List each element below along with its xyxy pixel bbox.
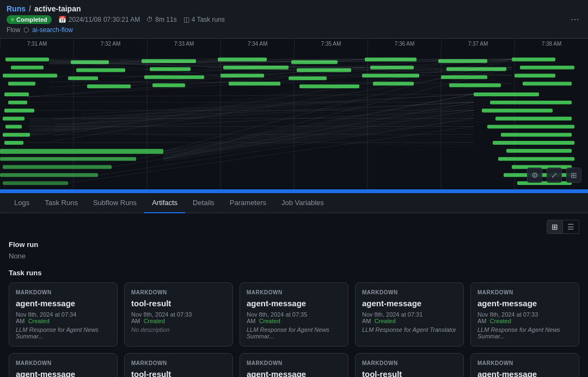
card-meta: Nov 8th, 2024 at 07:31 AM Created xyxy=(362,311,457,324)
svg-rect-10 xyxy=(8,82,35,85)
svg-rect-55 xyxy=(487,125,574,128)
tab-parameters[interactable]: Parameters xyxy=(222,193,274,213)
cards-container: MARKDOWN agent-message Nov 8th, 2024 at … xyxy=(9,282,579,377)
svg-line-103 xyxy=(98,119,474,176)
tab-artifacts[interactable]: Artifacts xyxy=(144,193,185,213)
svg-line-146 xyxy=(30,83,512,135)
artifact-card[interactable]: MARKDOWN agent-message Nov 8th, 2024 at … xyxy=(240,353,348,377)
timeline-svg xyxy=(0,50,588,189)
svg-rect-47 xyxy=(0,157,136,161)
svg-rect-18 xyxy=(152,83,185,87)
artifacts-area: ⊞ ☰ Flow run None Task runs MARKDOWN age… xyxy=(0,213,588,377)
card-type: MARKDOWN xyxy=(247,360,341,366)
list-view-button[interactable]: ☰ xyxy=(563,220,579,234)
flow-label: Flow xyxy=(7,26,20,34)
artifact-card[interactable]: MARKDOWN agent-message Nov 8th, 2024 at … xyxy=(355,282,464,347)
svg-rect-34 xyxy=(449,83,501,87)
status-badge: Completed xyxy=(7,15,52,24)
timeline: 7:31 AM 7:32 AM 7:33 AM 7:34 AM 7:35 AM … xyxy=(0,39,588,191)
meta-date: 📅 2024/11/08 07:30:21 AM xyxy=(58,16,140,23)
header-meta: Completed 📅 2024/11/08 07:30:21 AM ⏱ 8m … xyxy=(7,15,225,24)
clock-icon: ⏱ xyxy=(146,16,153,23)
time-label-7: 7:38 AM xyxy=(514,39,588,50)
svg-line-162 xyxy=(163,108,474,159)
artifact-card[interactable]: MARKDOWN agent-message Nov 8th, 2024 at … xyxy=(470,282,579,347)
card-name: agent-message xyxy=(247,299,341,308)
artifact-card[interactable]: MARKDOWN agent-message Nov 8th, 2024 at … xyxy=(9,282,118,347)
breadcrumb-separator: / xyxy=(29,4,31,13)
svg-rect-14 xyxy=(87,84,131,88)
breadcrumb-runs[interactable]: Runs xyxy=(7,4,26,13)
timeline-body xyxy=(0,50,588,189)
meta-duration: ⏱ 8m 11s xyxy=(146,16,176,23)
card-type: MARKDOWN xyxy=(131,289,226,295)
svg-rect-38 xyxy=(523,82,572,85)
status-label: Completed xyxy=(16,16,47,23)
breadcrumb: Runs / active-taipan xyxy=(7,4,225,13)
tab-details[interactable]: Details xyxy=(185,193,222,213)
card-name: tool-result xyxy=(131,369,226,377)
svg-rect-39 xyxy=(4,92,29,96)
duration-value: 8m 11s xyxy=(155,16,176,23)
cards-row-1: MARKDOWN agent-message Nov 8th, 2024 at … xyxy=(9,282,579,347)
card-desc: LLM Response for Agent Translator xyxy=(362,326,457,333)
tabs: Logs Task Runs Subflow Runs Artifacts De… xyxy=(0,193,588,213)
timeline-controls: ⚙ ⤢ ⊞ xyxy=(527,168,581,183)
tab-logs[interactable]: Logs xyxy=(7,193,37,213)
artifact-card[interactable]: MARKDOWN tool-result Nov 8th, 2024 at 07… xyxy=(355,353,464,377)
flow-run-value: None xyxy=(9,252,579,260)
artifact-card[interactable]: MARKDOWN tool-result Nov 8th, 2024 at 07… xyxy=(124,282,233,347)
artifact-card[interactable]: MARKDOWN agent-message Nov 8th, 2024 at … xyxy=(470,353,579,377)
meta-task-runs: ◫ 4 Task runs xyxy=(183,16,225,23)
time-label-6: 7:37 AM xyxy=(441,39,514,50)
grid-view-button[interactable]: ⊞ xyxy=(547,220,563,234)
svg-rect-53 xyxy=(482,109,553,113)
time-label-3: 7:34 AM xyxy=(220,39,294,50)
card-type: MARKDOWN xyxy=(362,360,457,366)
svg-rect-57 xyxy=(493,141,574,145)
header-left: Runs / active-taipan Completed 📅 2024/11… xyxy=(7,4,225,34)
svg-rect-9 xyxy=(3,73,57,77)
card-name: agent-message xyxy=(362,299,457,308)
card-meta: Nov 8th, 2024 at 07:34 AM Created xyxy=(16,311,111,324)
svg-rect-19 xyxy=(218,58,267,61)
svg-rect-28 xyxy=(370,66,414,70)
artifact-card[interactable]: MARKDOWN tool-result Nov 8th, 2024 at 07… xyxy=(124,353,233,377)
card-type: MARKDOWN xyxy=(362,289,457,295)
svg-line-142 xyxy=(30,73,512,134)
card-meta: Nov 8th, 2024 at 07:33 AM Created xyxy=(477,311,572,324)
svg-rect-23 xyxy=(291,60,338,64)
svg-rect-42 xyxy=(3,117,24,121)
more-options-button[interactable]: ⋯ xyxy=(568,12,581,27)
svg-rect-51 xyxy=(474,92,539,96)
calendar-icon: 📅 xyxy=(58,16,66,23)
card-type: MARKDOWN xyxy=(477,360,572,366)
svg-rect-16 xyxy=(150,67,191,71)
time-label-2: 7:33 AM xyxy=(147,39,220,50)
breadcrumb-current: active-taipan xyxy=(34,4,81,13)
task-runs-icon: ◫ xyxy=(183,16,189,23)
time-label-0: 7:31 AM xyxy=(0,39,74,50)
timeline-header: 7:31 AM 7:32 AM 7:33 AM 7:34 AM 7:35 AM … xyxy=(0,39,588,50)
header-right: ⋯ xyxy=(568,12,581,27)
svg-line-138 xyxy=(30,62,512,132)
tab-subflow-runs[interactable]: Subflow Runs xyxy=(85,193,144,213)
card-name: agent-message xyxy=(16,369,111,377)
flow-link[interactable]: ai-search-flow xyxy=(32,26,73,34)
svg-line-159 xyxy=(163,100,474,158)
tab-job-variables[interactable]: Job Variables xyxy=(274,193,332,213)
task-runs-section: Task runs MARKDOWN agent-message Nov 8th… xyxy=(9,269,579,377)
svg-rect-37 xyxy=(514,73,555,77)
card-type: MARKDOWN xyxy=(16,289,111,295)
card-meta: Nov 8th, 2024 at 07:33 AM Created xyxy=(131,311,226,324)
card-type: MARKDOWN xyxy=(131,360,226,366)
artifact-card[interactable]: MARKDOWN agent-message Nov 8th, 2024 at … xyxy=(240,282,348,347)
timeline-expand-button[interactable]: ⤢ xyxy=(547,168,562,183)
timeline-filter-button[interactable]: ⊞ xyxy=(566,168,581,183)
flow-icon: ⬡ xyxy=(23,26,29,34)
artifact-card[interactable]: MARKDOWN agent-message Nov 8th, 2024 at … xyxy=(9,353,118,377)
timeline-settings-button[interactable]: ⚙ xyxy=(527,168,542,183)
tab-task-runs[interactable]: Task Runs xyxy=(37,193,85,213)
svg-rect-13 xyxy=(68,76,98,80)
svg-line-140 xyxy=(30,67,512,133)
